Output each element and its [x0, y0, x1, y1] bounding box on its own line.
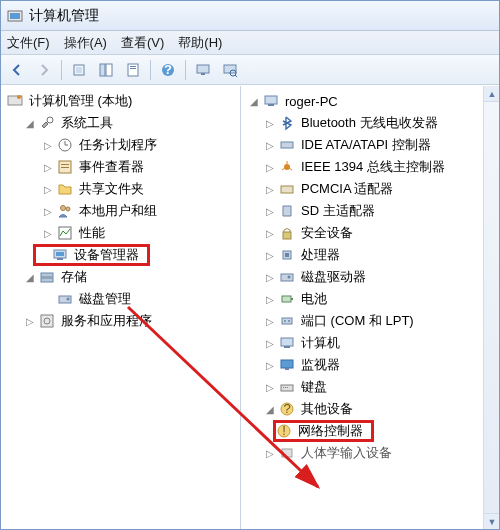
tree-storage[interactable]: ◢ 存储	[3, 266, 238, 288]
tree-system-tools[interactable]: ◢ 系统工具	[3, 112, 238, 134]
scrollbar[interactable]: ▲ ▼	[483, 86, 499, 529]
expand-icon[interactable]: ▷	[41, 226, 55, 240]
monitor-icon	[279, 357, 295, 373]
tree-device-manager[interactable]: 设备管理器	[36, 246, 141, 264]
svg-rect-23	[61, 164, 69, 165]
expand-icon[interactable]: ▷	[263, 380, 277, 394]
expand-icon[interactable]: ▷	[263, 116, 277, 130]
tree-label: 任务计划程序	[77, 136, 159, 154]
expand-icon[interactable]: ▷	[263, 314, 277, 328]
svg-rect-44	[281, 186, 293, 193]
expand-icon[interactable]: ▷	[263, 182, 277, 196]
expand-icon[interactable]: ▷	[23, 314, 37, 328]
forward-button[interactable]	[32, 58, 56, 82]
expand-icon[interactable]: ▷	[41, 160, 55, 174]
toolbar: ?	[1, 55, 499, 85]
collapse-icon[interactable]: ◢	[23, 270, 37, 284]
console-tree-button[interactable]	[94, 58, 118, 82]
expand-icon[interactable]: ▷	[263, 160, 277, 174]
tree-performance[interactable]: ▷ 性能	[3, 222, 238, 244]
device-sd[interactable]: ▷SD 主适配器	[243, 200, 497, 222]
collapse-icon[interactable]: ◢	[23, 116, 37, 130]
expand-icon[interactable]: ▷	[263, 292, 277, 306]
device-battery[interactable]: ▷电池	[243, 288, 497, 310]
svg-rect-5	[106, 64, 112, 76]
svg-point-26	[66, 207, 70, 211]
computer-management-window: 计算机管理 文件(F) 操作(A) 查看(V) 帮助(H) ? 计算机管理 (本…	[0, 0, 500, 530]
expand-icon[interactable]: ▷	[41, 204, 55, 218]
svg-rect-45	[283, 232, 291, 239]
expand-icon[interactable]: ▷	[263, 358, 277, 372]
device-keyboard[interactable]: ▷键盘	[243, 376, 497, 398]
expand-icon[interactable]: ▷	[263, 248, 277, 262]
up-button[interactable]	[67, 58, 91, 82]
menu-view[interactable]: 查看(V)	[121, 34, 164, 52]
computer-icon	[263, 93, 279, 109]
expand-icon[interactable]: ▷	[263, 226, 277, 240]
tree-label: 性能	[77, 224, 107, 242]
scan-button[interactable]	[218, 58, 242, 82]
tree-disk-management[interactable]: 磁盘管理	[3, 288, 238, 310]
monitor-icon-button[interactable]	[191, 58, 215, 82]
properties-button[interactable]	[121, 58, 145, 82]
titlebar: 计算机管理	[1, 1, 499, 31]
expand-icon[interactable]: ▷	[41, 182, 55, 196]
event-viewer-icon	[57, 159, 73, 175]
collapse-icon[interactable]: ◢	[263, 402, 277, 416]
tree-root-local[interactable]: 计算机管理 (本地)	[3, 90, 238, 112]
device-network-controller[interactable]: ! 网络控制器	[276, 422, 365, 440]
firewire-icon	[279, 159, 295, 175]
expand-icon[interactable]: ▷	[263, 336, 277, 350]
svg-rect-67	[282, 449, 292, 457]
svg-point-54	[288, 320, 290, 322]
bluetooth-icon	[279, 115, 295, 131]
tree-task-scheduler[interactable]: ▷ 任务计划程序	[3, 134, 238, 156]
tree-services-apps[interactable]: ▷ 服务和应用程序	[3, 310, 238, 332]
tree-shared-folders[interactable]: ▷ 共享文件夹	[3, 178, 238, 200]
tree-label: 系统工具	[59, 114, 115, 132]
svg-rect-30	[57, 258, 63, 260]
menu-file[interactable]: 文件(F)	[7, 34, 50, 52]
pcmcia-icon	[279, 181, 295, 197]
spacer	[41, 292, 55, 306]
device-ieee1394[interactable]: ▷IEEE 1394 总线主控制器	[243, 156, 497, 178]
menu-action[interactable]: 操作(A)	[64, 34, 107, 52]
menu-help[interactable]: 帮助(H)	[178, 34, 222, 52]
expand-icon[interactable]: ▷	[263, 138, 277, 152]
svg-rect-47	[285, 253, 289, 257]
device-root[interactable]: ◢ roger-PC	[243, 90, 497, 112]
device-disk-drives[interactable]: ▷磁盘驱动器	[243, 266, 497, 288]
svg-text:!: !	[282, 423, 286, 438]
device-hid[interactable]: ▷人体学输入设备	[243, 442, 497, 464]
tree-event-viewer[interactable]: ▷ 事件查看器	[3, 156, 238, 178]
device-ports[interactable]: ▷端口 (COM 和 LPT)	[243, 310, 497, 332]
svg-rect-29	[56, 252, 64, 256]
keyboard-icon	[279, 379, 295, 395]
device-pcmcia[interactable]: ▷PCMCIA 适配器	[243, 178, 497, 200]
back-button[interactable]	[5, 58, 29, 82]
scroll-up-arrow[interactable]: ▲	[484, 86, 499, 102]
expand-icon[interactable]: ▷	[263, 270, 277, 284]
device-monitor[interactable]: ▷监视器	[243, 354, 497, 376]
computer-mgmt-icon	[7, 93, 23, 109]
device-security[interactable]: ▷安全设备	[243, 222, 497, 244]
collapse-icon[interactable]: ◢	[247, 94, 261, 108]
expand-icon[interactable]: ▷	[263, 204, 277, 218]
help-button[interactable]: ?	[156, 58, 180, 82]
tree-label: 安全设备	[299, 224, 355, 242]
device-other[interactable]: ◢?其他设备	[243, 398, 497, 420]
svg-point-25	[61, 206, 66, 211]
expand-icon[interactable]: ▷	[263, 446, 277, 460]
svg-line-42	[282, 168, 285, 170]
device-ide[interactable]: ▷IDE ATA/ATAPI 控制器	[243, 134, 497, 156]
device-computer-node[interactable]: ▷计算机	[243, 332, 497, 354]
tree-local-users[interactable]: ▷ 本地用户和组	[3, 200, 238, 222]
scroll-down-arrow[interactable]: ▼	[484, 513, 499, 529]
svg-rect-24	[61, 167, 69, 168]
device-cpu[interactable]: ▷处理器	[243, 244, 497, 266]
device-bluetooth[interactable]: ▷Bluetooth 无线电收发器	[243, 112, 497, 134]
cpu-icon	[279, 247, 295, 263]
menubar: 文件(F) 操作(A) 查看(V) 帮助(H)	[1, 31, 499, 55]
expand-icon[interactable]: ▷	[41, 138, 55, 152]
left-pane: 计算机管理 (本地) ◢ 系统工具 ▷ 任务计划程序 ▷ 事件查看器	[1, 86, 241, 529]
